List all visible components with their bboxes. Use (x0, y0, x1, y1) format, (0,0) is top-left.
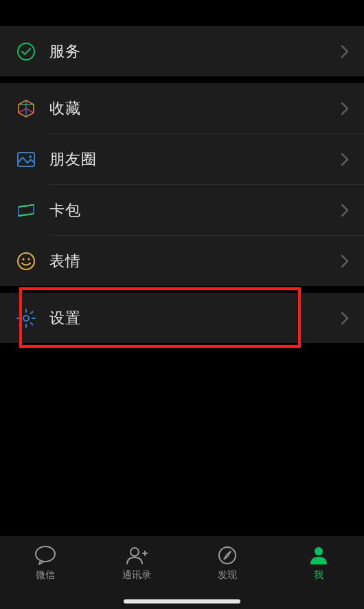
chevron-right-icon (341, 102, 349, 115)
settings-icon (15, 307, 37, 329)
row-label: 收藏 (49, 98, 341, 119)
favorites-icon (15, 98, 37, 120)
tab-bar: 微信 通讯录 发现 (0, 536, 364, 609)
chevron-right-icon (341, 153, 349, 166)
row-label: 表情 (49, 251, 341, 272)
discover-icon (215, 544, 240, 566)
tab-label: 发现 (218, 569, 237, 582)
row-settings[interactable]: 设置 (0, 293, 364, 343)
svg-point-4 (22, 258, 24, 260)
chevron-right-icon (341, 254, 349, 268)
svg-point-6 (23, 315, 29, 321)
svg-point-16 (130, 548, 139, 556)
row-cards[interactable]: 卡包 (0, 185, 364, 235)
contacts-icon (124, 544, 149, 566)
svg-line-14 (31, 311, 33, 313)
home-indicator (124, 599, 240, 604)
tab-me[interactable]: 我 (273, 544, 365, 582)
me-icon (306, 544, 331, 566)
tab-discover[interactable]: 发现 (182, 544, 273, 582)
row-moments[interactable]: 朋友圈 (0, 134, 364, 184)
row-label: 服务 (49, 41, 341, 62)
svg-line-11 (20, 311, 22, 313)
svg-point-2 (29, 155, 32, 158)
row-label: 卡包 (49, 200, 341, 221)
group-main: 收藏 朋友圈 (0, 83, 364, 286)
svg-point-5 (27, 258, 30, 260)
moments-icon (15, 148, 37, 170)
tab-label: 通讯录 (122, 569, 151, 582)
stickers-icon (15, 250, 37, 272)
chevron-right-icon (341, 203, 349, 217)
row-label: 朋友圈 (49, 149, 341, 170)
chevron-right-icon (341, 311, 349, 325)
gap (0, 286, 364, 293)
svg-line-12 (31, 322, 33, 324)
row-favorites[interactable]: 收藏 (0, 83, 364, 133)
row-stickers[interactable]: 表情 (0, 236, 364, 286)
content-area: 服务 收藏 (0, 0, 364, 536)
chats-icon (33, 544, 58, 566)
me-screen: 服务 收藏 (0, 0, 364, 609)
gap (0, 76, 364, 83)
svg-point-0 (18, 43, 34, 60)
svg-point-3 (18, 253, 34, 269)
group-services: 服务 (0, 26, 364, 76)
cards-icon (15, 199, 37, 221)
row-services[interactable]: 服务 (0, 26, 364, 76)
chevron-right-icon (341, 45, 349, 58)
svg-point-20 (315, 547, 323, 555)
tab-chats[interactable]: 微信 (0, 544, 91, 582)
tab-contacts[interactable]: 通讯录 (91, 544, 183, 582)
row-label: 设置 (49, 308, 341, 329)
tab-label: 我 (314, 569, 323, 582)
services-icon (15, 41, 37, 63)
svg-point-15 (36, 546, 55, 562)
svg-point-19 (219, 547, 236, 564)
spacer (0, 0, 364, 26)
group-settings: 设置 (0, 293, 364, 343)
tab-label: 微信 (36, 569, 55, 582)
svg-line-13 (20, 322, 22, 324)
